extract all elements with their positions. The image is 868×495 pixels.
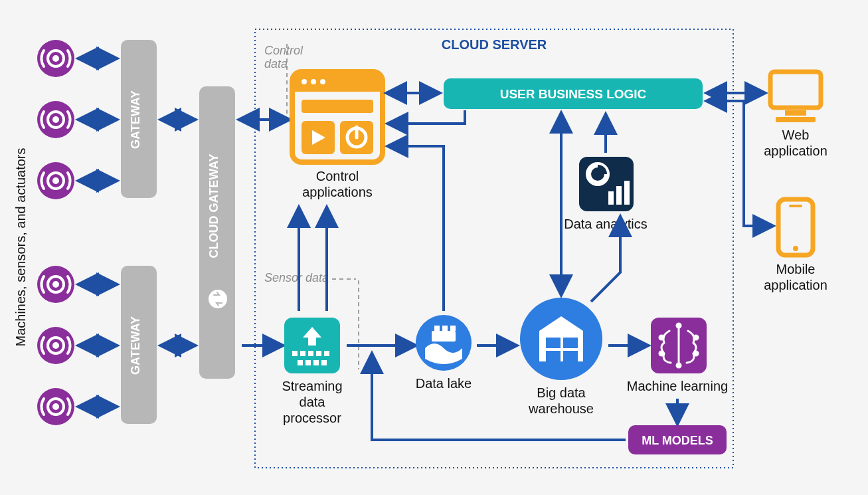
sensor-icon bbox=[37, 266, 74, 303]
sensor-icon bbox=[37, 327, 74, 364]
svg-rect-42 bbox=[624, 181, 630, 205]
data-analytics-label: Data analytics bbox=[564, 217, 648, 231]
svg-rect-75 bbox=[776, 117, 816, 122]
svg-text:ML MODELS: ML MODELS bbox=[642, 434, 713, 447]
data-analytics-icon bbox=[579, 157, 634, 211]
svg-rect-58 bbox=[450, 326, 456, 331]
svg-text:GATEWAY: GATEWAY bbox=[129, 90, 142, 149]
svg-rect-73 bbox=[770, 72, 821, 108]
svg-rect-52 bbox=[321, 360, 327, 365]
mobile-application-label: Mobileapplication bbox=[764, 262, 827, 292]
svg-rect-31 bbox=[302, 100, 373, 113]
svg-rect-55 bbox=[432, 331, 456, 342]
ubl-mobile-link bbox=[709, 101, 770, 226]
gateway-top: GATEWAY bbox=[121, 40, 157, 198]
sensor-icon bbox=[37, 388, 74, 425]
data-lake-icon bbox=[416, 315, 472, 371]
svg-rect-41 bbox=[616, 186, 622, 205]
svg-point-2 bbox=[52, 55, 59, 62]
streaming-processor-icon bbox=[284, 318, 340, 373]
machine-learning-label: Machine learning bbox=[627, 379, 728, 393]
svg-rect-47 bbox=[316, 351, 321, 356]
svg-rect-45 bbox=[300, 351, 305, 356]
sensor-icon bbox=[37, 101, 74, 138]
gateway-bottom: GATEWAY bbox=[121, 266, 157, 424]
machines-sensors-label: Machines, sensors, and actuators bbox=[13, 148, 28, 346]
control-applications-label: Controlapplications bbox=[302, 169, 373, 199]
svg-rect-44 bbox=[292, 351, 298, 356]
svg-rect-60 bbox=[546, 338, 561, 348]
svg-rect-56 bbox=[434, 326, 440, 331]
svg-rect-62 bbox=[546, 351, 561, 361]
svg-point-70 bbox=[677, 363, 681, 367]
control-applications-icon bbox=[292, 72, 383, 162]
svg-point-11 bbox=[52, 281, 59, 288]
web-application-label: Webapplication bbox=[764, 128, 827, 158]
svg-point-69 bbox=[677, 324, 681, 328]
svg-point-30 bbox=[320, 79, 325, 84]
svg-point-29 bbox=[311, 79, 316, 84]
streaming-processor-label: Streamingdataprocessor bbox=[282, 379, 342, 425]
svg-point-66 bbox=[659, 351, 663, 355]
svg-point-8 bbox=[52, 177, 59, 184]
svg-point-28 bbox=[302, 79, 307, 84]
warehouse-analytics-link bbox=[591, 219, 620, 302]
user-business-logic: USER BUSINESS LOGIC bbox=[444, 78, 703, 109]
cloud-gateway: CLOUD GATEWAY bbox=[199, 86, 235, 379]
ml-models-box: ML MODELS bbox=[628, 425, 727, 454]
datalake-control-link bbox=[391, 146, 444, 311]
svg-rect-48 bbox=[324, 351, 329, 356]
svg-rect-74 bbox=[785, 110, 806, 116]
sensor-icon bbox=[37, 40, 74, 77]
svg-rect-51 bbox=[313, 360, 319, 365]
svg-point-68 bbox=[694, 351, 698, 355]
control-data-label: Controldata bbox=[264, 44, 304, 70]
mobile-application-icon bbox=[778, 199, 813, 255]
svg-rect-57 bbox=[442, 326, 448, 331]
svg-rect-63 bbox=[563, 351, 578, 361]
diagram-canvas: CLOUD SERVER Machines, sensors, and actu… bbox=[0, 0, 868, 495]
svg-point-77 bbox=[793, 246, 798, 251]
svg-point-17 bbox=[52, 403, 59, 410]
svg-rect-50 bbox=[305, 360, 311, 365]
svg-rect-61 bbox=[563, 338, 578, 348]
svg-rect-40 bbox=[608, 191, 614, 205]
sensor-icons-group bbox=[37, 40, 74, 425]
sensor-data-label: Sensor data bbox=[264, 271, 329, 284]
svg-text:CLOUD GATEWAY: CLOUD GATEWAY bbox=[207, 153, 220, 258]
cloud-server-title: CLOUD SERVER bbox=[442, 37, 547, 52]
machine-learning-icon bbox=[651, 318, 707, 373]
svg-text:GATEWAY: GATEWAY bbox=[129, 316, 142, 375]
ubl-control-link-2 bbox=[391, 110, 465, 124]
data-lake-label: Data lake bbox=[416, 376, 472, 391]
svg-point-14 bbox=[52, 342, 59, 349]
web-application-icon bbox=[770, 72, 821, 122]
sensor-icon bbox=[37, 162, 74, 199]
svg-point-65 bbox=[659, 336, 663, 340]
svg-point-67 bbox=[694, 336, 698, 340]
svg-text:USER BUSINESS LOGIC: USER BUSINESS LOGIC bbox=[500, 87, 647, 101]
big-data-warehouse-label: Big datawarehouse bbox=[528, 385, 594, 416]
svg-rect-49 bbox=[298, 360, 303, 365]
svg-rect-46 bbox=[308, 351, 313, 356]
svg-point-5 bbox=[52, 116, 59, 123]
big-data-warehouse-icon bbox=[520, 298, 602, 380]
